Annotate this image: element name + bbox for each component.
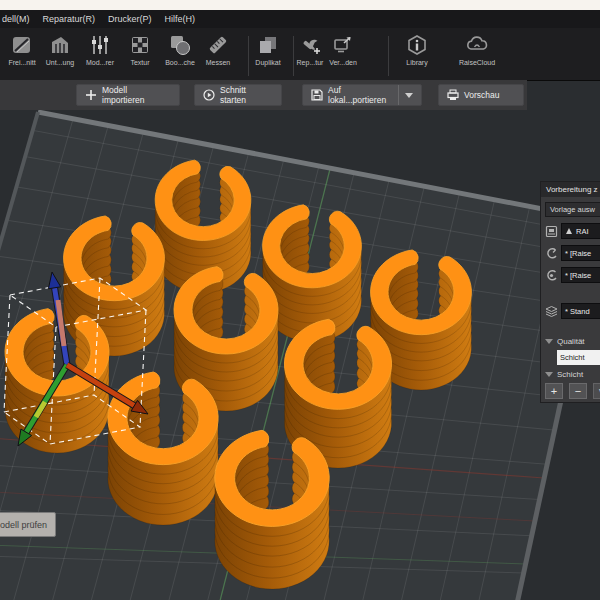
library-icon [406,34,428,56]
icon-toolbar: Frei...nitt Unt...ung Mod...rer Textur [0,28,600,81]
repair-icon [299,34,321,56]
toolbar-label: Messen [206,59,231,66]
section-layer[interactable]: Schicht [545,369,583,380]
toolbar-label: Ver...den [329,59,357,66]
toolbar-duplicate[interactable]: Duplikat [244,32,292,76]
menu-repair[interactable]: Reparatur(R) [43,14,96,24]
printer-icon [545,225,558,238]
boolean-icon [169,34,191,56]
template-select[interactable]: Vorlage ausw [545,202,600,217]
collapse-triangle-icon [545,372,553,377]
menu-printer[interactable]: Drucker(P) [108,14,152,24]
section-quality[interactable]: Qualität [545,336,585,347]
add-template-button[interactable]: + [545,383,563,399]
export-local-button[interactable]: Auf lokal...portieren [302,84,422,106]
menu-model[interactable]: dell(M) [2,14,30,24]
send-icon [332,34,354,56]
export-dropdown-caret[interactable] [398,85,413,105]
collapse-triangle-icon [545,339,553,344]
toolbar-send[interactable]: Ver...den [319,32,367,76]
ideamaker-app: { "menu_bar": {"items": ["dell(M)", "Rep… [0,0,600,600]
action-toolbar: Modell importieren Schnitt starten Auf l… [0,80,527,110]
import-model-button[interactable]: Modell importieren [76,84,180,106]
toolbar-label: Boo...che [165,59,195,66]
free-cut-icon [11,34,33,56]
play-icon [203,89,215,101]
template-standard-row: * Stand [545,304,600,318]
texture-icon [129,34,151,56]
export-local-label: Auf lokal...portieren [328,85,389,105]
printer-select[interactable]: RAI [561,223,600,239]
start-slice-label: Schnitt starten [220,85,273,105]
desktop-strip [0,0,600,10]
measure-icon [207,34,229,56]
toolbar-label: RaiseCloud [459,59,495,66]
filament-right-row: * [Raise [545,268,600,282]
extruder-right-icon [545,269,558,282]
plus-icon [85,89,97,101]
partial-button[interactable]: Vo [593,383,600,399]
save-icon [311,89,323,101]
toolbar-label: Unt...ung [46,59,74,66]
preview-button[interactable]: Vorschau [438,84,524,106]
duplicate-icon [257,34,279,56]
toolbar-label: Duplikat [255,59,280,66]
preview-label: Vorschau [464,90,499,100]
printer-icon [447,89,459,101]
extruder-left-icon [545,247,558,260]
modifier-icon [89,34,111,56]
toolbar-label: Mod...rer [86,59,114,66]
remove-template-button[interactable]: − [569,383,587,399]
filament-left-row: * [Raise [545,246,600,260]
print-template-select[interactable]: * Stand [561,303,600,319]
template-buttons-row: + − Vo [545,384,600,398]
printer-mini-icon [565,227,573,235]
toolbar-library[interactable]: Library [393,32,441,76]
menu-help[interactable]: Hilfe(H) [165,14,196,24]
layers-icon [545,305,558,318]
scene-canvas[interactable] [0,110,600,600]
quality-value-field[interactable]: Schicht [557,350,600,365]
check-model-button[interactable]: Modell prüfen [0,512,56,537]
chevron-down-icon [405,93,413,98]
toolbar-measure[interactable]: Messen [194,32,242,76]
raisecloud-icon [466,34,488,56]
toolbar-label: Library [406,59,427,66]
start-slice-button[interactable]: Schnitt starten [194,84,282,106]
toolbar-label: Textur [130,59,149,66]
viewport-3d[interactable] [0,110,600,600]
import-model-label: Modell importieren [102,85,171,105]
toolbar-raisecloud[interactable]: RaiseCloud [449,32,505,76]
printer-select-row: RAI [545,224,600,238]
filament-right-select[interactable]: * [Raise [561,267,600,283]
prepare-panel: Vorbereitung z Vorlage ausw RAI * [Raise… [540,181,600,403]
filament-left-select[interactable]: * [Raise [561,245,600,261]
support-icon [49,34,71,56]
menu-bar: dell(M) Reparatur(R) Drucker(P) Hilfe(H) [0,10,600,28]
panel-title: Vorbereitung z [541,182,600,197]
toolbar-label: Frei...nitt [8,59,35,66]
toolbar-divider [388,36,389,76]
